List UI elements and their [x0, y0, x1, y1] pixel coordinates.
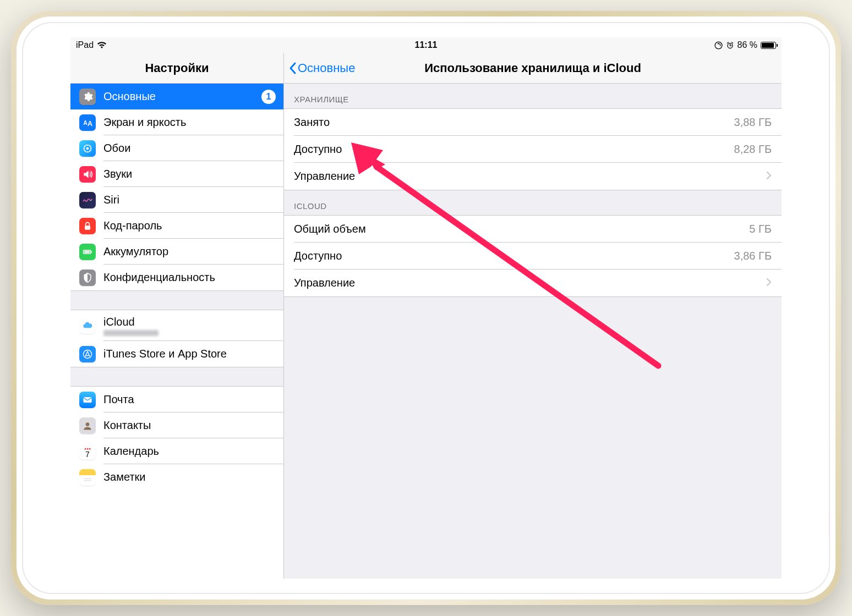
svg-rect-9: [84, 251, 90, 252]
chevron-right-icon: [766, 170, 772, 183]
svg-rect-11: [84, 397, 92, 403]
sidebar-item-label: iCloud: [103, 316, 276, 328]
sidebar-item-privacy[interactable]: Конфиденциальность: [70, 265, 283, 290]
sidebar-item-label: Календарь: [103, 445, 276, 458]
sidebar-item-label: Siri: [103, 194, 276, 206]
svg-rect-8: [91, 251, 92, 252]
privacy-icon: [79, 270, 96, 286]
detail-row: Доступно3,86 ГБ: [284, 243, 782, 270]
svg-point-12: [86, 422, 90, 426]
mail-icon: [79, 392, 96, 408]
rotation-lock-icon: [714, 41, 723, 50]
sidebar-item-label: Контакты: [103, 419, 276, 432]
sound-icon: [79, 166, 96, 183]
sidebar-item-icloud[interactable]: iCloud: [70, 310, 283, 341]
battery-text: 86 %: [738, 40, 757, 50]
row-value: 3,86 ГБ: [734, 250, 772, 262]
ipad-frame: iPad 11:11 86 %: [11, 11, 841, 605]
row-key: Управление: [294, 277, 762, 289]
sidebar-item-label: Заметки: [103, 471, 276, 483]
sidebar-item-stores[interactable]: iTunes Store и App Store: [70, 341, 283, 367]
sidebar-item-mail[interactable]: Почта: [70, 387, 283, 413]
section-header: ХРАНИЛИЩЕ: [284, 84, 782, 108]
chevron-right-icon: [766, 277, 772, 289]
battery-icon: [761, 42, 776, 49]
settings-sidebar[interactable]: Основные1AAЭкран и яркостьОбоиЗвукиSiriК…: [70, 84, 284, 579]
svg-text:A: A: [88, 119, 92, 127]
back-button[interactable]: Основные: [288, 61, 355, 75]
svg-rect-6: [85, 226, 90, 230]
row-key: Доступно: [294, 250, 734, 262]
sidebar-item-general[interactable]: Основные1: [70, 84, 283, 109]
sidebar-item-siri[interactable]: Siri: [70, 187, 283, 213]
calendar-icon: ●●●7: [79, 443, 96, 460]
row-value: 8,28 ГБ: [734, 143, 772, 156]
clock: 11:11: [415, 40, 438, 50]
detail-row: Общий объем5 ГБ: [284, 216, 782, 243]
icloud-icon: [79, 317, 96, 334]
appstore-icon: [79, 346, 96, 362]
sidebar-item-label: Код-пароль: [103, 219, 276, 232]
badge: 1: [261, 90, 276, 104]
sidebar-item-label: Экран и яркость: [103, 116, 276, 129]
row-value: 3,88 ГБ: [734, 116, 772, 129]
alarm-icon: [726, 41, 734, 50]
sidebar-item-label: iTunes Store и App Store: [103, 348, 276, 360]
sidebar-title: Настройки: [145, 61, 209, 75]
sidebar-item-display[interactable]: AAЭкран и яркость: [70, 109, 283, 135]
section-header: ICLOUD: [284, 190, 782, 215]
sidebar-item-battery[interactable]: Аккумулятор: [70, 239, 283, 265]
device-label: iPad: [76, 40, 94, 50]
sidebar-item-passcode[interactable]: Код-пароль: [70, 213, 283, 239]
sidebar-item-label: Аккумулятор: [103, 245, 276, 258]
row-key: Доступно: [294, 143, 734, 156]
back-label: Основные: [298, 61, 355, 75]
wifi-icon: [97, 41, 107, 49]
siri-icon: [79, 192, 96, 208]
row-key: Занято: [294, 116, 734, 129]
detail-row[interactable]: Управление: [284, 163, 782, 190]
icloud-account-redacted: [103, 330, 159, 336]
sidebar-item-calendar[interactable]: ●●●7Календарь: [70, 438, 283, 464]
row-value: 5 ГБ: [749, 223, 772, 235]
sidebar-nav: Настройки: [70, 53, 284, 83]
sidebar-item-label: Почта: [103, 393, 276, 406]
detail-nav: Основные Использование хранилища и iClou…: [284, 53, 782, 83]
sidebar-item-label: Конфиденциальность: [103, 271, 276, 284]
notes-icon: [79, 469, 96, 486]
sidebar-item-label: Звуки: [103, 168, 276, 180]
sidebar-item-notes[interactable]: Заметки: [70, 464, 283, 490]
detail-row: Доступно8,28 ГБ: [284, 136, 782, 163]
wallpaper-icon: [79, 140, 96, 157]
detail-row[interactable]: Управление: [284, 270, 782, 296]
screen: iPad 11:11 86 %: [70, 37, 782, 579]
row-key: Общий объем: [294, 223, 749, 235]
svg-text:A: A: [84, 120, 88, 126]
battery-icon: [79, 244, 96, 260]
svg-point-5: [86, 147, 88, 149]
sidebar-item-contacts[interactable]: Контакты: [70, 413, 283, 438]
sidebar-item-sounds[interactable]: Звуки: [70, 161, 283, 187]
sidebar-item-label: Основные: [103, 90, 261, 103]
status-bar: iPad 11:11 86 %: [70, 37, 782, 53]
display-icon: AA: [79, 114, 96, 131]
detail-pane[interactable]: ХРАНИЛИЩЕЗанято3,88 ГБДоступно8,28 ГБУпр…: [284, 84, 782, 579]
lock-icon: [79, 218, 96, 234]
row-key: Управление: [294, 170, 762, 183]
sidebar-item-wallpaper[interactable]: Обои: [70, 135, 283, 161]
sidebar-item-label: Обои: [103, 142, 276, 155]
detail-title: Использование хранилища и iCloud: [424, 61, 641, 75]
detail-row: Занято3,88 ГБ: [284, 109, 782, 136]
gear-icon: [79, 89, 96, 105]
contacts-icon: [79, 417, 96, 434]
